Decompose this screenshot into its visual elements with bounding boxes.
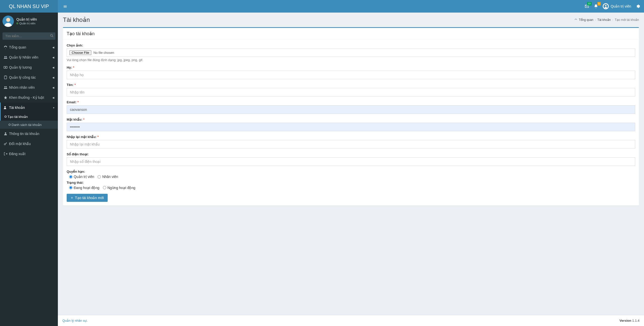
choose-file-button[interactable]: Choose File bbox=[69, 50, 91, 55]
svg-point-15 bbox=[9, 124, 11, 126]
chevron-left-icon: ◀ bbox=[52, 66, 54, 69]
firstname-label: Tên: * bbox=[67, 83, 635, 87]
status-inactive-radio[interactable]: Ngừng hoạt động bbox=[103, 186, 135, 190]
avatar-icon bbox=[603, 4, 608, 9]
svg-point-4 bbox=[51, 34, 53, 36]
status-label: Trạng thái: bbox=[67, 181, 635, 184]
avatar-small bbox=[603, 3, 609, 9]
page-title: Tài khoản bbox=[63, 16, 90, 23]
users-icon bbox=[4, 55, 8, 59]
image-label: Chọn ảnh: bbox=[67, 43, 635, 47]
sidebar-search-button[interactable] bbox=[50, 34, 54, 38]
chevron-left-icon: ◀ bbox=[52, 46, 54, 49]
firstname-input[interactable] bbox=[67, 88, 635, 97]
sidebar-item-reward[interactable]: Khen thưởng - Kỷ luật◀ bbox=[0, 92, 58, 103]
svg-point-3 bbox=[6, 18, 10, 22]
user-icon bbox=[4, 132, 8, 136]
user-menu-label: Quản trị viên bbox=[611, 4, 631, 8]
role-admin-radio[interactable]: Quản trị viên bbox=[69, 175, 94, 179]
key-icon bbox=[4, 142, 8, 146]
sidebar-item-overview[interactable]: Tổng quan◀ bbox=[0, 42, 58, 52]
footer-left-link[interactable]: Quản lý nhân sự bbox=[62, 319, 87, 322]
notifications-button[interactable]: 5 bbox=[594, 4, 598, 9]
svg-rect-10 bbox=[5, 76, 6, 76]
email-input[interactable] bbox=[67, 105, 635, 114]
sidebar-item-employees[interactable]: Quản lý Nhân viên◀ bbox=[0, 52, 58, 62]
clipboard-icon bbox=[4, 75, 8, 79]
svg-point-5 bbox=[4, 56, 5, 57]
svg-point-14 bbox=[5, 116, 7, 118]
sidebar-user-name: Quản trị viên bbox=[16, 17, 37, 21]
footer-version: Version 1.1.4 bbox=[619, 319, 639, 322]
chevron-left-icon: ◀ bbox=[52, 76, 54, 79]
sidebar-item-account[interactable]: Tài khoản▾ bbox=[0, 103, 58, 113]
sidebar-toggle-button[interactable] bbox=[62, 4, 69, 9]
user-menu-button[interactable]: Quản trị viên bbox=[603, 3, 631, 9]
messages-button[interactable]: 13 bbox=[585, 4, 589, 9]
circle-icon bbox=[8, 123, 12, 127]
star-icon bbox=[4, 96, 8, 100]
sidebar-search-input[interactable] bbox=[3, 32, 55, 40]
svg-point-13 bbox=[4, 106, 6, 108]
signout-icon bbox=[4, 152, 8, 156]
chevron-down-icon: ▾ bbox=[53, 106, 54, 109]
file-chosen-text: No file chosen bbox=[93, 51, 114, 55]
chevron-left-icon: ◀ bbox=[52, 86, 54, 89]
image-help-text: Vui lòng chọn file đúng định dạng: jpg, … bbox=[67, 58, 635, 62]
file-input-wrap[interactable]: Choose File No file chosen bbox=[67, 49, 635, 57]
password-label: Mật khẩu: * bbox=[67, 118, 635, 121]
repassword-label: Nhập lại mật khẩu: * bbox=[67, 135, 635, 139]
sidebar-item-change-password[interactable]: Đổi mật khẩu bbox=[0, 139, 58, 149]
svg-point-8 bbox=[5, 67, 6, 68]
role-label: Quyền hạn: bbox=[67, 170, 635, 173]
box-title: Tạo tài khoản bbox=[67, 31, 635, 36]
svg-point-12 bbox=[6, 86, 7, 87]
dashboard-icon bbox=[574, 18, 577, 21]
plus-icon bbox=[70, 196, 73, 199]
svg-point-6 bbox=[6, 56, 7, 57]
svg-point-16 bbox=[5, 132, 6, 134]
notifications-badge: 5 bbox=[597, 2, 601, 6]
group-icon bbox=[4, 85, 8, 89]
user-plus-icon bbox=[4, 106, 8, 110]
avatar-icon bbox=[3, 16, 14, 27]
role-employee-radio[interactable]: Nhân viên bbox=[98, 175, 118, 179]
breadcrumb-mid[interactable]: Tài khoản bbox=[597, 18, 611, 22]
breadcrumb-home[interactable]: Tổng quan bbox=[579, 18, 593, 22]
svg-rect-9 bbox=[4, 76, 7, 79]
sidebar-user-status: Quản trị viên bbox=[16, 22, 37, 25]
lastname-label: Họ: * bbox=[67, 66, 635, 69]
gears-icon bbox=[636, 4, 640, 9]
dashboard-icon bbox=[4, 45, 8, 49]
phone-label: Số điện thoại: bbox=[67, 152, 635, 156]
breadcrumb: Tổng quan › Tài khoản › Tạo mới tài khoả… bbox=[574, 18, 639, 22]
status-active-radio[interactable]: Đang hoạt động bbox=[69, 186, 99, 190]
repassword-input[interactable] bbox=[67, 140, 635, 149]
password-input[interactable] bbox=[67, 123, 635, 131]
email-label: Email: * bbox=[67, 100, 635, 104]
sidebar-item-work[interactable]: Quản lý công tác◀ bbox=[0, 72, 58, 82]
breadcrumb-last: Tạo mới tài khoản bbox=[615, 18, 639, 22]
sidebar-item-account-info[interactable]: Thông tin tài khoản bbox=[0, 129, 58, 139]
chevron-left-icon: ◀ bbox=[52, 96, 54, 99]
svg-point-1 bbox=[605, 5, 606, 7]
sidebar-item-salary[interactable]: Quản lý lương◀ bbox=[0, 62, 58, 72]
lastname-input[interactable] bbox=[67, 71, 635, 79]
money-icon bbox=[4, 65, 8, 69]
submit-button[interactable]: Tạo tài khoản mới bbox=[67, 194, 108, 202]
sidebar-item-logout[interactable]: Đăng xuất bbox=[0, 149, 58, 159]
sidebar-subitem-create-account[interactable]: Tạo tài khoản bbox=[0, 113, 58, 121]
svg-point-17 bbox=[4, 144, 6, 145]
messages-badge: 13 bbox=[587, 2, 592, 6]
brand-logo[interactable]: QL NHAN SU VIP bbox=[0, 0, 58, 13]
svg-point-11 bbox=[4, 86, 5, 87]
phone-input[interactable] bbox=[67, 157, 635, 166]
sidebar-item-groups[interactable]: Nhóm nhân viên◀ bbox=[0, 82, 58, 92]
chevron-left-icon: ◀ bbox=[52, 56, 54, 59]
circle-icon bbox=[4, 115, 8, 119]
settings-gears-button[interactable] bbox=[636, 4, 640, 9]
search-icon bbox=[50, 34, 54, 38]
avatar bbox=[3, 16, 14, 27]
bars-icon bbox=[63, 5, 67, 9]
sidebar-subitem-list-account[interactable]: Danh sách tài khoản bbox=[0, 121, 58, 129]
